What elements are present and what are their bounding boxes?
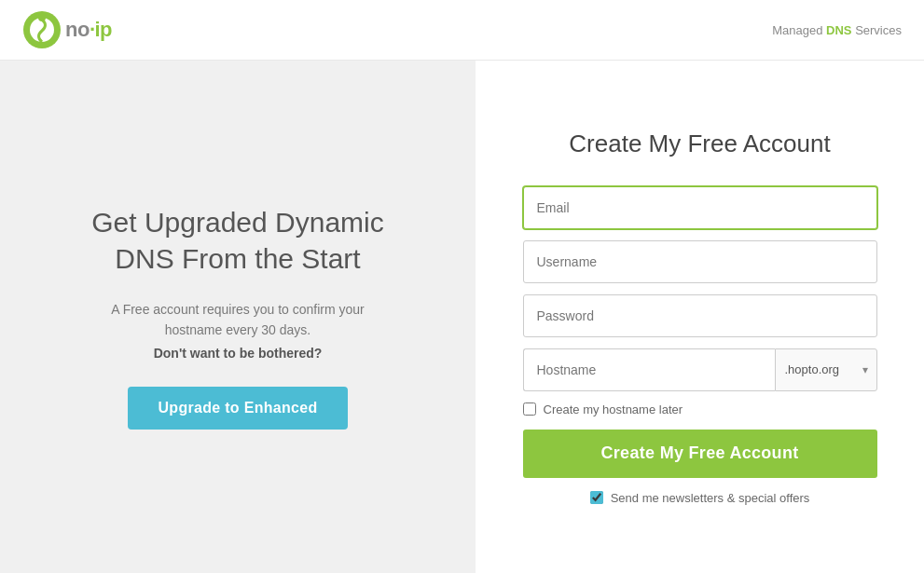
newsletter-checkbox[interactable] [590, 491, 603, 504]
right-panel: Create My Free Account .hopto.org .ddns.… [476, 61, 924, 573]
form-title: Create My Free Account [523, 130, 877, 158]
left-title: Get Upgraded Dynamic DNS From the Start [89, 204, 387, 277]
hostname-later-checkbox[interactable] [523, 402, 536, 416]
left-panel: Get Upgraded Dynamic DNS From the Start … [0, 61, 476, 573]
hostname-later-label[interactable]: Create my hostname later [544, 402, 683, 416]
left-inner: Get Upgraded Dynamic DNS From the Start … [89, 204, 387, 430]
create-account-button[interactable]: Create My Free Account [523, 430, 877, 478]
hostname-input[interactable] [523, 348, 775, 391]
newsletter-label[interactable]: Send me newsletters & special offers [611, 491, 810, 505]
hostname-later-row: Create my hostname later [523, 402, 877, 416]
left-description-bold: Don't want to be bothered? [89, 346, 387, 361]
email-field[interactable] [523, 186, 877, 229]
password-field[interactable] [523, 294, 877, 337]
main-content: Get Upgraded Dynamic DNS From the Start … [0, 61, 924, 573]
hostname-row: .hopto.org .ddns.net .zapto.org .no-ip.c… [523, 348, 877, 391]
svg-point-2 [38, 14, 46, 21]
signup-form: Create My Free Account .hopto.org .ddns.… [523, 130, 877, 505]
header-tagline: Managed DNS Services [772, 23, 902, 37]
logo-text: no·ip [65, 18, 112, 42]
left-description: A Free account requires you to confirm y… [89, 299, 387, 341]
hostname-domain-select[interactable]: .hopto.org .ddns.net .zapto.org .no-ip.c… [775, 348, 877, 391]
logo: no·ip [22, 10, 112, 49]
newsletter-row: Send me newsletters & special offers [523, 491, 877, 505]
upgrade-button[interactable]: Upgrade to Enhanced [128, 387, 347, 430]
username-field[interactable] [523, 240, 877, 283]
page-header: no·ip Managed DNS Services [0, 0, 924, 61]
hostname-domain-wrapper: .hopto.org .ddns.net .zapto.org .no-ip.c… [775, 348, 877, 391]
logo-icon [22, 10, 62, 49]
